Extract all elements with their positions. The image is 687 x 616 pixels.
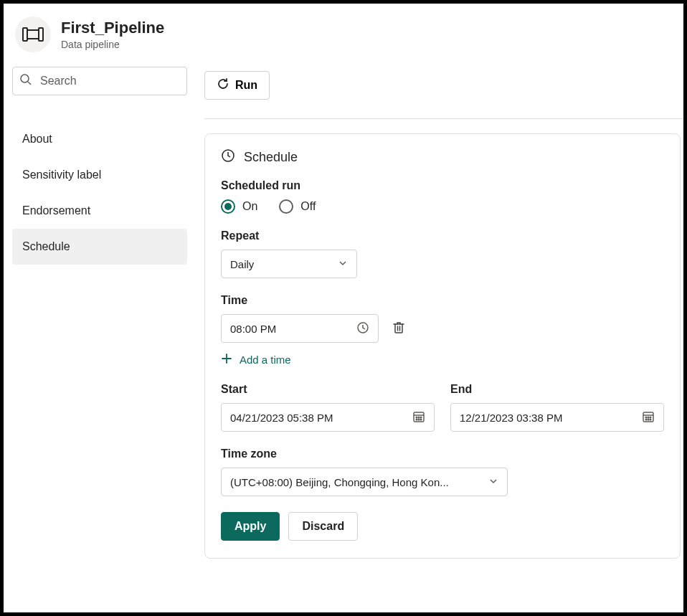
sidebar-item-label: Endorsement xyxy=(22,204,90,217)
add-time-button[interactable]: Add a time xyxy=(221,353,291,366)
chevron-down-icon xyxy=(488,476,498,488)
sidebar-item-sensitivity-label[interactable]: Sensitivity label xyxy=(12,157,187,193)
end-label: End xyxy=(450,383,664,396)
radio-on-icon xyxy=(221,199,235,214)
svg-point-27 xyxy=(650,419,651,420)
svg-rect-1 xyxy=(39,28,43,41)
svg-point-24 xyxy=(650,417,651,418)
run-button[interactable]: Run xyxy=(204,71,270,100)
apply-button[interactable]: Apply xyxy=(221,512,280,541)
search-field[interactable] xyxy=(12,67,187,95)
calendar-icon xyxy=(642,410,655,425)
svg-line-5 xyxy=(28,82,31,85)
page-header: First_Pipeline Data pipeline xyxy=(4,4,683,58)
time-input[interactable]: 08:00 PM xyxy=(221,314,379,343)
calendar-icon xyxy=(412,410,425,425)
sidebar-item-schedule[interactable]: Schedule xyxy=(12,229,187,265)
clock-icon xyxy=(221,148,235,166)
schedule-panel: Schedule Scheduled run On Off xyxy=(204,133,681,559)
run-button-label: Run xyxy=(235,79,257,92)
sidebar-item-label: Schedule xyxy=(22,240,70,253)
repeat-value: Daily xyxy=(230,258,254,270)
main-content: Run Schedule Scheduled run xyxy=(196,58,683,559)
sidebar-item-label: About xyxy=(22,133,52,146)
sidebar: About Sensitivity label Endorsement Sche… xyxy=(4,58,196,265)
section-time: Time 08:00 PM xyxy=(221,294,664,367)
svg-point-15 xyxy=(418,417,420,418)
chevron-down-icon xyxy=(338,258,348,270)
svg-point-16 xyxy=(420,417,422,418)
svg-point-26 xyxy=(648,419,649,420)
delete-time-button[interactable] xyxy=(389,318,409,340)
panel-title: Schedule xyxy=(221,148,664,166)
svg-point-23 xyxy=(648,417,649,418)
end-value: 12/21/2023 03:38 PM xyxy=(460,412,562,424)
radio-off-icon xyxy=(279,199,293,214)
svg-point-4 xyxy=(21,75,29,82)
divider xyxy=(204,118,683,119)
radio-on[interactable]: On xyxy=(221,199,257,214)
repeat-label: Repeat xyxy=(221,229,664,242)
radio-on-label: On xyxy=(242,200,257,213)
discard-button[interactable]: Discard xyxy=(288,512,358,541)
search-input[interactable] xyxy=(12,67,187,95)
svg-point-22 xyxy=(645,417,647,418)
svg-rect-0 xyxy=(23,28,27,41)
sidebar-item-endorsement[interactable]: Endorsement xyxy=(12,193,187,229)
svg-point-19 xyxy=(420,419,422,420)
start-value: 04/21/2023 05:38 PM xyxy=(230,412,333,424)
clock-icon xyxy=(356,321,369,336)
radio-off[interactable]: Off xyxy=(279,199,316,214)
timezone-label: Time zone xyxy=(221,447,664,460)
section-timezone: Time zone (UTC+08:00) Beijing, Chongqing… xyxy=(221,447,664,496)
add-time-label: Add a time xyxy=(240,354,291,366)
start-input[interactable]: 04/21/2023 05:38 PM xyxy=(221,403,435,432)
section-repeat: Repeat Daily xyxy=(221,229,664,278)
time-value: 08:00 PM xyxy=(230,323,276,335)
pipeline-icon xyxy=(15,16,51,52)
svg-point-25 xyxy=(645,419,647,420)
plus-icon xyxy=(221,353,232,366)
time-label: Time xyxy=(221,294,664,307)
page-subtitle: Data pipeline xyxy=(61,39,164,50)
radio-off-label: Off xyxy=(300,200,316,213)
svg-point-14 xyxy=(416,417,417,418)
sidebar-item-about[interactable]: About xyxy=(12,121,187,157)
end-input[interactable]: 12/21/2023 03:38 PM xyxy=(450,403,664,432)
timezone-value: (UTC+08:00) Beijing, Chongqing, Hong Kon… xyxy=(230,476,449,488)
section-start-end: Start 04/21/2023 05:38 PM End xyxy=(221,383,664,432)
section-scheduled-run: Scheduled run On Off xyxy=(221,179,664,214)
search-icon xyxy=(19,73,32,89)
timezone-select[interactable]: (UTC+08:00) Beijing, Chongqing, Hong Kon… xyxy=(221,468,508,496)
svg-point-18 xyxy=(418,419,420,420)
start-label: Start xyxy=(221,383,435,396)
sidebar-item-label: Sensitivity label xyxy=(22,169,101,181)
page-title: First_Pipeline xyxy=(61,19,164,37)
svg-point-17 xyxy=(416,419,417,420)
trash-icon xyxy=(392,326,406,337)
scheduled-run-label: Scheduled run xyxy=(221,179,664,192)
repeat-select[interactable]: Daily xyxy=(221,250,357,278)
refresh-icon xyxy=(217,77,229,93)
panel-title-label: Schedule xyxy=(244,150,298,165)
